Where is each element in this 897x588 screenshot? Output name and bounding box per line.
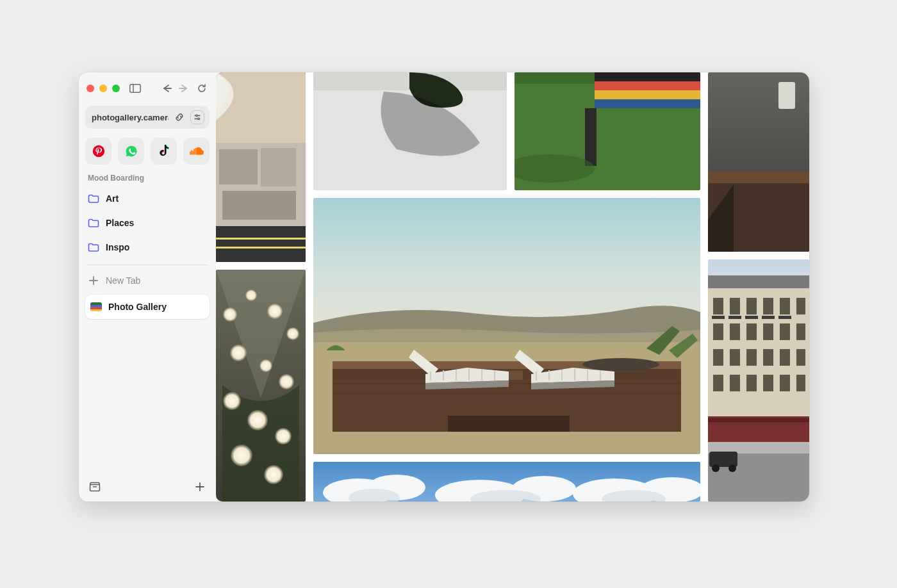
svg-rect-0: [130, 85, 141, 93]
sidebar-folder-art[interactable]: Art: [85, 186, 210, 211]
svg-rect-96: [712, 316, 725, 319]
favorite-soundcloud[interactable]: [183, 138, 210, 165]
gallery-tile-paris-street[interactable]: [708, 259, 809, 502]
plus-icon: [89, 276, 98, 285]
sidebar: photogallery.camera: [79, 72, 216, 502]
new-tab-button[interactable]: New Tab: [85, 269, 210, 292]
svg-point-42: [223, 392, 241, 410]
svg-point-38: [286, 327, 299, 340]
gallery-tile-sky-clouds[interactable]: [313, 462, 700, 502]
svg-rect-81: [763, 323, 773, 340]
arrow-left-icon: [161, 84, 172, 93]
svg-rect-16: [222, 191, 296, 220]
svg-point-44: [275, 428, 292, 445]
address-bar[interactable]: photogallery.camera: [85, 106, 210, 129]
svg-rect-95: [796, 375, 805, 391]
svg-rect-15: [261, 148, 296, 186]
svg-rect-74: [746, 298, 757, 314]
svg-rect-92: [746, 375, 757, 391]
svg-point-43: [247, 410, 268, 430]
zoom-window-button[interactable]: [112, 85, 120, 92]
svg-rect-9: [90, 485, 100, 491]
svg-point-36: [245, 290, 257, 301]
folder-icon: [88, 194, 99, 203]
svg-rect-93: [763, 375, 773, 391]
svg-point-37: [267, 304, 283, 319]
favorite-tiktok[interactable]: [151, 138, 177, 165]
browser-window: photogallery.camera: [79, 72, 809, 502]
copy-link-button[interactable]: [172, 110, 186, 124]
svg-point-107: [728, 464, 736, 472]
svg-rect-99: [762, 316, 775, 319]
svg-rect-76: [780, 298, 790, 314]
svg-rect-68: [509, 371, 523, 380]
link-icon: [175, 113, 184, 122]
gallery-tile-aerial-beach[interactable]: [216, 72, 306, 262]
svg-rect-83: [796, 323, 805, 340]
svg-rect-24: [595, 72, 700, 81]
svg-rect-79: [730, 323, 740, 340]
page-content: [216, 72, 809, 502]
folder-icon: [88, 218, 99, 227]
svg-rect-75: [763, 298, 773, 314]
sidebar-icon: [129, 84, 141, 93]
sliders-icon: [193, 113, 201, 121]
window-controls: [86, 85, 120, 92]
reload-button[interactable]: [195, 81, 208, 96]
svg-rect-97: [728, 316, 741, 319]
svg-point-35: [223, 307, 237, 322]
svg-rect-54: [448, 416, 570, 432]
pinterest-icon: [92, 145, 105, 158]
sidebar-folders: Art Places Inspo: [85, 186, 210, 259]
svg-point-46: [264, 465, 283, 484]
svg-point-8: [92, 145, 104, 157]
tab-label: Photo Gallery: [108, 302, 167, 312]
svg-rect-86: [746, 349, 757, 366]
sidebar-folder-inspo[interactable]: Inspo: [85, 235, 210, 259]
add-button[interactable]: [193, 480, 207, 494]
svg-rect-87: [763, 349, 773, 366]
folder-icon: [88, 243, 99, 252]
sidebar-folder-places[interactable]: Places: [85, 211, 210, 235]
favorite-pinterest[interactable]: [85, 138, 111, 165]
gallery-tile-desert-loungers[interactable]: [313, 198, 700, 454]
back-button[interactable]: [160, 81, 173, 96]
svg-rect-14: [219, 149, 258, 184]
svg-rect-71: [708, 275, 809, 288]
toggle-sidebar-button[interactable]: [129, 81, 142, 96]
soundcloud-icon: [190, 147, 204, 156]
archive-button[interactable]: [88, 480, 102, 494]
sidebar-separator: [86, 265, 208, 265]
new-tab-label: New Tab: [106, 275, 140, 286]
svg-rect-27: [595, 99, 700, 108]
svg-rect-82: [780, 323, 790, 340]
gallery-tile-grass-stripes[interactable]: [514, 72, 700, 190]
svg-point-55: [582, 358, 659, 371]
svg-rect-84: [713, 349, 723, 366]
svg-rect-19: [216, 247, 306, 249]
gallery-tile-interior-shelf[interactable]: [708, 72, 809, 252]
plus-icon: [195, 482, 205, 492]
tab-photo-gallery[interactable]: Photo Gallery: [85, 295, 210, 319]
folder-label: Inspo: [106, 242, 129, 252]
gallery-tile-gravel-shadow[interactable]: [313, 72, 507, 190]
svg-rect-100: [778, 316, 791, 319]
svg-rect-80: [746, 323, 757, 340]
site-settings-button[interactable]: [190, 110, 204, 124]
svg-rect-26: [595, 90, 700, 99]
forward-button[interactable]: [178, 81, 191, 96]
sidebar-bottombar: [85, 478, 210, 495]
gallery-tile-atrium-orbs[interactable]: [216, 270, 306, 502]
close-window-button[interactable]: [86, 85, 94, 92]
arrow-right-icon: [178, 84, 190, 93]
svg-rect-89: [796, 349, 805, 366]
svg-rect-94: [780, 375, 790, 391]
svg-rect-98: [745, 316, 758, 319]
favorites-row: [85, 138, 210, 165]
sidebar-section-title: Mood Boarding: [85, 174, 210, 183]
minimize-window-button[interactable]: [99, 85, 107, 92]
svg-point-41: [279, 374, 294, 389]
tiktok-icon: [158, 145, 170, 158]
favorite-whatsapp[interactable]: [118, 138, 144, 165]
svg-point-106: [712, 464, 720, 472]
